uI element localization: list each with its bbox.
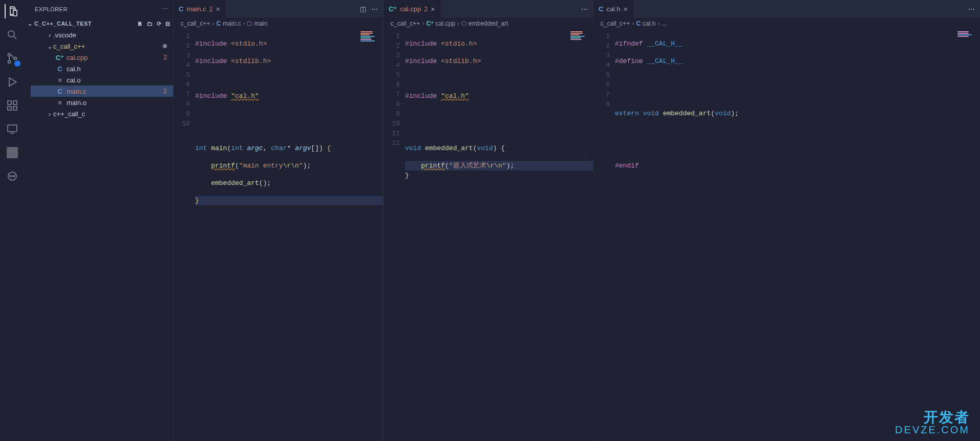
explorer-toolbar: 🗎 🗀 ⟳ ⊟ [137, 20, 170, 27]
line-gutter: 12345678 [593, 29, 615, 441]
explorer-icon[interactable] [5, 4, 19, 18]
project-header[interactable]: ⌄ C_C++_CALL_TEST 🗎 🗀 ⟳ ⊟ [25, 18, 173, 29]
breadcrumbs[interactable]: c_call_c++› C cal.h› ... [593, 18, 980, 29]
sidebar-header: EXPLORER ⋯ [25, 0, 173, 18]
breadcrumbs[interactable]: c_call_c++› C⁺ cal.cpp› ⬡ embedded_art [384, 18, 593, 29]
tree-file-main-c[interactable]: C main.c 2 [31, 86, 173, 97]
c-file-icon: C [55, 65, 65, 73]
split-editor-icon[interactable]: ◫ [360, 5, 366, 13]
refresh-icon[interactable]: ⟳ [157, 20, 161, 27]
code-content[interactable]: #ifndef __CAL_H__ #define __CAL_H__ exte… [615, 29, 980, 441]
cpp-file-icon: C⁺ [389, 5, 397, 13]
watermark-text: DEVZE.COM [895, 424, 970, 436]
tab-label: main.c [186, 5, 206, 13]
chevron-down-icon: ⌄ [28, 20, 32, 27]
breadcrumb-item[interactable]: main.c [223, 20, 241, 27]
breadcrumb-item[interactable]: c_call_c++ [601, 20, 630, 27]
breadcrumb-item[interactable]: c_call_c++ [181, 20, 210, 27]
editor-area: C main.c 2 × ◫ ⋯ c_call_c++› C main.c› ⬡… [173, 0, 980, 441]
tab-cal-h[interactable]: C cal.h × [593, 0, 633, 18]
project-name: C_C++_CALL_TEST [34, 20, 137, 27]
folder-label: .vscode [53, 31, 167, 39]
code-editor[interactable]: 123456789101112 #include <stdio.h> #incl… [384, 29, 593, 441]
tree-file-main-o[interactable]: ≡ main.o [31, 97, 173, 108]
line-gutter: 12345678910 [174, 29, 195, 441]
close-icon[interactable]: × [216, 5, 220, 13]
tree-file-cal-cpp[interactable]: C⁺ cal.cpp 2 [31, 52, 173, 63]
tab-main-c[interactable]: C main.c 2 × [174, 0, 226, 18]
folder-label: c_call_c++ [53, 43, 163, 50]
run-debug-icon[interactable] [5, 75, 19, 89]
new-file-icon[interactable]: 🗎 [137, 20, 143, 27]
close-icon[interactable]: × [624, 5, 628, 13]
svg-rect-5 [8, 107, 11, 110]
svg-rect-6 [13, 107, 17, 110]
tab-error-count: 2 [424, 6, 428, 13]
more-icon[interactable]: ⋯ [581, 5, 588, 13]
obj-file-icon: ≡ [55, 76, 65, 84]
code-editor[interactable]: 12345678910 #include <stdio.h> #include … [174, 29, 383, 441]
tree-folder-cpp-call-c[interactable]: › c++_call_c [31, 108, 173, 119]
breadcrumb-item[interactable]: embedded_art [468, 20, 508, 27]
breadcrumbs[interactable]: c_call_c++› C main.c› ⬡ main [174, 18, 383, 29]
minimap[interactable] [957, 31, 978, 52]
svg-point-1 [8, 54, 11, 56]
c-file-icon: C [636, 20, 641, 27]
minimap[interactable] [360, 31, 381, 52]
tab-bar: C cal.h × ⋯ [593, 0, 980, 18]
svg-rect-8 [8, 125, 17, 132]
tab-error-count: 2 [209, 6, 213, 13]
svg-rect-7 [13, 101, 17, 104]
chevron-down-icon: ⌄ [46, 43, 53, 50]
breadcrumb-item[interactable]: cal.cpp [436, 20, 455, 27]
c-file-icon: C [216, 20, 221, 27]
code-content[interactable]: #include <stdio.h> #include <stdlib.h> #… [195, 29, 383, 441]
tree-file-cal-h[interactable]: C cal.h [31, 63, 173, 74]
search-icon[interactable] [5, 28, 19, 42]
file-tree: › .vscode ⌄ c_call_c++ C⁺ cal.cpp 2 C ca… [25, 29, 173, 119]
extensions-icon[interactable] [5, 98, 19, 113]
square-icon[interactable] [5, 145, 19, 160]
chevron-right-icon: › [46, 110, 53, 118]
file-label: main.c [67, 88, 160, 95]
breadcrumb-item[interactable]: ... [662, 20, 667, 27]
obj-file-icon: ≡ [55, 99, 65, 107]
svg-point-11 [13, 176, 15, 177]
editor-group-2: C⁺ cal.cpp 2 × ⋯ c_call_c++› C⁺ cal.cpp›… [383, 0, 593, 441]
breadcrumb-item[interactable]: main [254, 20, 267, 27]
minimap[interactable] [570, 31, 591, 52]
editor-group-1: C main.c 2 × ◫ ⋯ c_call_c++› C main.c› ⬡… [173, 0, 383, 441]
file-label: cal.cpp [67, 54, 160, 61]
remote-icon[interactable] [5, 122, 19, 136]
sidebar-more-icon[interactable]: ⋯ [162, 6, 168, 12]
cpp-file-icon: C⁺ [426, 20, 434, 27]
file-label: main.o [67, 99, 167, 107]
new-folder-icon[interactable]: 🗀 [147, 20, 153, 27]
tree-file-cal-o[interactable]: ≡ cal.o [31, 74, 173, 86]
source-control-icon[interactable] [5, 51, 19, 66]
chevron-right-icon: › [46, 31, 53, 39]
symbol-icon: ⬡ [247, 20, 252, 27]
tab-label: cal.cpp [400, 5, 421, 13]
copilot-icon[interactable] [5, 169, 19, 183]
close-icon[interactable]: × [431, 5, 435, 13]
tab-cal-cpp[interactable]: C⁺ cal.cpp 2 × [384, 0, 440, 18]
breadcrumb-item[interactable]: c_call_c++ [391, 20, 420, 27]
svg-point-3 [14, 57, 17, 60]
collapse-icon[interactable]: ⊟ [165, 20, 170, 27]
scm-badge [14, 60, 20, 67]
folder-label: c++_call_c [53, 110, 167, 118]
code-content[interactable]: #include <stdio.h> #include <stdlib.h> #… [405, 29, 593, 441]
svg-point-0 [8, 31, 14, 37]
tree-folder-vscode[interactable]: › .vscode [31, 29, 173, 40]
more-icon[interactable]: ⋯ [371, 5, 378, 13]
cpp-file-icon: C⁺ [55, 54, 65, 61]
code-editor[interactable]: 12345678 #ifndef __CAL_H__ #define __CAL… [593, 29, 980, 441]
tree-folder-c-call-cpp[interactable]: ⌄ c_call_c++ [31, 40, 173, 52]
error-count: 2 [160, 54, 167, 61]
breadcrumb-item[interactable]: cal.h [643, 20, 655, 27]
tab-label: cal.h [606, 5, 620, 13]
more-icon[interactable]: ⋯ [968, 5, 975, 13]
svg-point-10 [10, 176, 12, 177]
c-file-icon: C [599, 5, 603, 13]
